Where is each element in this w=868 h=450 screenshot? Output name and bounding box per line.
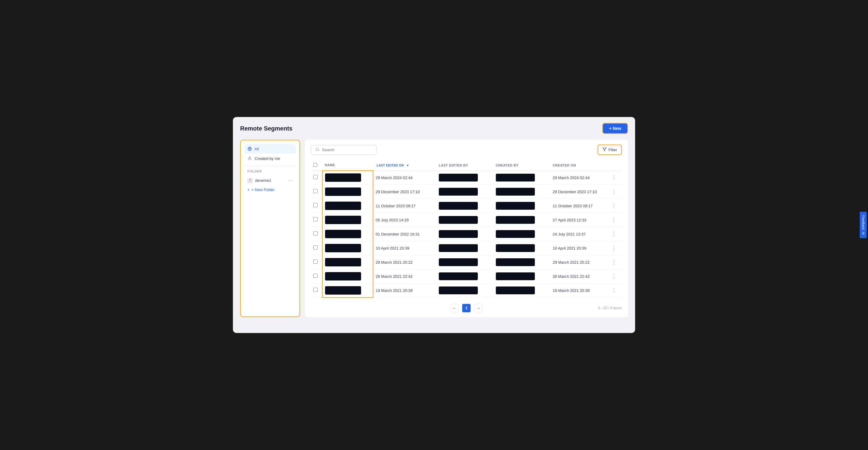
sidebar: All Created by me FOLDER ? deneme1 ⋯ (240, 140, 300, 317)
prev-page-button[interactable]: ← (450, 304, 459, 312)
row-checkbox-cell (311, 227, 322, 241)
row-created-by-0 (493, 171, 551, 185)
search-input[interactable] (322, 148, 372, 152)
row-last-edited-by-0 (436, 171, 493, 185)
row-checkbox-cell (311, 269, 322, 284)
content-area: All Created by me FOLDER ? deneme1 ⋯ (240, 140, 628, 317)
row-created-on-2: 11 October 2023 09:17 (551, 199, 608, 213)
more-actions-icon-2[interactable]: ⋮ (610, 202, 619, 210)
select-all-checkbox[interactable] (313, 163, 317, 167)
col-header-check (311, 160, 322, 171)
new-folder-button[interactable]: + + New Folder (244, 185, 296, 194)
search-box[interactable] (311, 145, 377, 155)
row-checkbox-5[interactable] (313, 246, 317, 250)
table-row: 05 July 2023 14:29 27 April 2023 12:33 ⋮ (311, 213, 622, 227)
next-page-button[interactable]: → (474, 304, 483, 312)
more-actions-icon-4[interactable]: ⋮ (610, 230, 619, 237)
row-last-edited-by-3 (436, 213, 493, 227)
row-name-cell-5 (322, 241, 373, 255)
row-checkbox-cell (311, 213, 322, 227)
new-button[interactable]: + New (602, 123, 628, 134)
folder-more-icon[interactable]: ⋯ (288, 178, 293, 183)
sidebar-all-label: All (254, 147, 259, 151)
row-last-edited-on-7: 26 March 2021 22:42 (373, 269, 436, 284)
more-actions-icon-1[interactable]: ⋮ (610, 188, 619, 195)
row-checkbox-7[interactable] (313, 274, 317, 278)
row-checkbox-6[interactable] (313, 259, 317, 264)
row-created-by-6 (493, 255, 551, 269)
svg-point-2 (249, 157, 251, 158)
sort-icon: ▼ (406, 164, 409, 167)
row-checkbox-cell (311, 241, 322, 255)
name-bar-0 (325, 173, 361, 182)
row-created-on-4: 24 July 2021 13:37 (551, 227, 608, 241)
row-name-cell-4 (322, 227, 373, 241)
row-checkbox-cell (311, 255, 322, 269)
svg-marker-5 (603, 148, 606, 151)
row-last-edited-on-8: 19 March 2021 20:39 (373, 284, 436, 298)
new-folder-label: + New Folder (251, 188, 275, 192)
table-row: 11 October 2023 09:17 11 October 2023 09… (311, 199, 622, 213)
row-actions-1: ⋮ (607, 185, 622, 199)
col-header-created-on: CREATED ON (551, 160, 608, 171)
table-row: 29 December 2023 17:10 29 December 2023 … (311, 185, 622, 199)
name-bar-1 (325, 188, 361, 196)
row-actions-3: ⋮ (607, 213, 622, 227)
svg-point-3 (316, 148, 319, 151)
name-bar-6 (325, 258, 361, 266)
row-checkbox-2[interactable] (313, 203, 317, 207)
row-created-on-7: 26 March 2021 22:42 (551, 269, 608, 284)
row-created-on-6: 29 March 2021 20:22 (551, 255, 608, 269)
row-checkbox-4[interactable] (313, 231, 317, 235)
folder-icon: ? (247, 178, 253, 183)
more-actions-icon-7[interactable]: ⋮ (610, 273, 619, 280)
row-last-edited-by-1 (436, 185, 493, 199)
page-title: Remote Segments (240, 125, 292, 132)
col-header-last-edited-by: LAST EDITED BY (436, 160, 493, 171)
filter-icon (602, 147, 607, 152)
row-name-cell-3 (322, 213, 373, 227)
folder-item-deneme1[interactable]: ? deneme1 ⋯ (244, 175, 296, 185)
name-bar-5 (325, 244, 361, 252)
row-actions-7: ⋮ (607, 269, 622, 284)
row-created-by-7 (493, 269, 551, 284)
row-last-edited-by-2 (436, 199, 493, 213)
row-actions-2: ⋮ (607, 199, 622, 213)
main-panel: Filter NAME LAST EDITED ON (305, 140, 628, 317)
sidebar-item-created-by-me[interactable]: Created by me (244, 154, 296, 163)
row-checkbox-0[interactable] (313, 175, 317, 179)
row-created-by-1 (493, 185, 551, 199)
row-created-by-2 (493, 199, 551, 213)
row-last-edited-on-1: 29 December 2023 17:10 (373, 185, 436, 199)
col-header-last-edited-on[interactable]: LAST EDITED ON ▼ (373, 160, 436, 171)
row-checkbox-1[interactable] (313, 189, 317, 193)
col-header-created-by: CREATED BY (493, 160, 551, 171)
data-table: NAME LAST EDITED ON ▼ LAST EDITED BY CRE… (311, 160, 622, 298)
page-number-1[interactable]: 1 (462, 304, 471, 312)
row-checkbox-8[interactable] (313, 288, 317, 292)
row-created-by-4 (493, 227, 551, 241)
more-actions-icon-3[interactable]: ⋮ (610, 216, 619, 224)
more-actions-icon-5[interactable]: ⋮ (610, 245, 619, 252)
row-last-edited-on-3: 05 July 2023 14:29 (373, 213, 436, 227)
row-created-by-3 (493, 213, 551, 227)
more-actions-icon-8[interactable]: ⋮ (610, 287, 619, 294)
page-info: 0 - 20 / 9 items (598, 306, 622, 310)
filter-label: Filter (609, 148, 617, 152)
more-actions-icon-0[interactable]: ⋮ (610, 174, 619, 181)
feedback-button[interactable]: Feedback ✉ (860, 212, 867, 238)
row-last-edited-by-8 (436, 284, 493, 298)
folder-name-label: deneme1 (255, 178, 271, 183)
row-actions-6: ⋮ (607, 255, 622, 269)
row-created-by-5 (493, 241, 551, 255)
row-created-on-3: 27 April 2023 12:33 (551, 213, 608, 227)
row-checkbox-3[interactable] (313, 217, 317, 221)
more-actions-icon-6[interactable]: ⋮ (610, 259, 619, 266)
sidebar-divider (244, 166, 296, 166)
search-icon (315, 147, 320, 152)
filter-button[interactable]: Filter (597, 144, 622, 155)
name-bar-3 (325, 216, 361, 224)
row-name-cell-8 (322, 284, 373, 298)
sidebar-item-all[interactable]: All (244, 144, 296, 154)
app-container: Remote Segments + New All (233, 117, 635, 333)
